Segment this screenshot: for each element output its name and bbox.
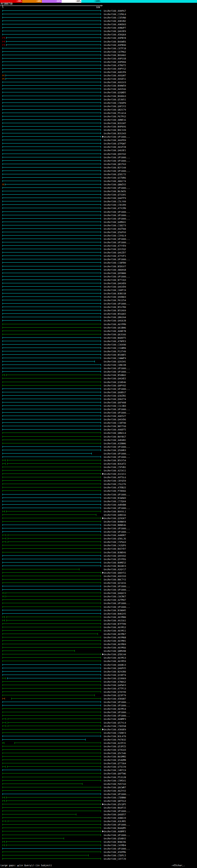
- alignment-bar[interactable]: [2, 715, 101, 716]
- alignment-bar[interactable]: [6, 510, 101, 513]
- hit-label[interactable]: UniRef100_B9P0V6: [104, 125, 126, 128]
- alignment-bar[interactable]: [2, 143, 101, 145]
- hit-label[interactable]: UniRef100_P47832: [104, 738, 126, 741]
- alignment-bar[interactable]: [2, 500, 101, 502]
- hit-label[interactable]: UniRef100_C1EVN0: [104, 16, 126, 19]
- hit-label[interactable]: UniRef100_Q7XG43: [104, 748, 126, 751]
- alignment-bar[interactable]: [2, 405, 101, 407]
- alignment-bar[interactable]: [2, 303, 101, 305]
- hit-label[interactable]: UniRef100_Q6F4A8: [104, 401, 126, 404]
- hit-label[interactable]: UniRef100_A9PB90: [104, 44, 126, 46]
- hit-label[interactable]: UniRef100_Q82S79: [104, 108, 126, 111]
- alignment-bar[interactable]: [2, 122, 101, 124]
- alignment-bar[interactable]: [2, 190, 101, 192]
- alignment-bar[interactable]: [2, 197, 101, 199]
- alignment-bar[interactable]: [14, 742, 101, 744]
- hit-label[interactable]: UniRef100_C0NCX8: [104, 364, 126, 366]
- alignment-bar[interactable]: [6, 374, 101, 376]
- alignment-fragment[interactable]: [2, 722, 6, 723]
- hit-label[interactable]: UniRef100_A5DPM6: [104, 851, 126, 854]
- alignment-bar[interactable]: [2, 238, 101, 240]
- alignment-bar[interactable]: [2, 340, 101, 342]
- alignment-bar[interactable]: [2, 480, 101, 482]
- hit-label[interactable]: UniRef100_Q8WZV2: [104, 183, 126, 186]
- hit-label[interactable]: UniRef100_B4K2V5: [104, 613, 126, 615]
- hit-label[interactable]: UniRef100_A5KQ64: [104, 33, 126, 36]
- alignment-bar[interactable]: [2, 711, 101, 713]
- hit-label[interactable]: UniRef100_B6GNI3: [104, 565, 126, 567]
- hit-label[interactable]: UniRef100_B9XK63: [104, 95, 126, 98]
- hit-label[interactable]: UniRef100_C1PHL0: [104, 13, 126, 16]
- hit-label[interactable]: UniRef100_Q9VYU2: [104, 153, 126, 155]
- hit-label[interactable]: UniRef100_C1C3B3: [104, 405, 126, 407]
- alignment-bar[interactable]: [2, 367, 101, 369]
- alignment-bar[interactable]: [8, 534, 101, 536]
- hit-label[interactable]: UniRef100_Q5KLJ6: [104, 537, 126, 540]
- hit-label[interactable]: UniRef100_UP1000...: [104, 187, 130, 189]
- alignment-bar[interactable]: [2, 272, 101, 274]
- hit-label[interactable]: UniRef100_Q4GXE2: [104, 377, 126, 380]
- alignment-bar[interactable]: [2, 487, 101, 488]
- hit-label[interactable]: UniRef100_Q5YFE6: [104, 558, 126, 561]
- hit-label[interactable]: UniRef100_Q2U1H1: [104, 360, 126, 363]
- alignment-bar[interactable]: [2, 497, 101, 499]
- alignment-bar[interactable]: [2, 848, 101, 849]
- hit-label[interactable]: UniRef100_UP1000...: [104, 302, 130, 305]
- hit-label[interactable]: UniRef100_Q5EC72: [104, 173, 126, 176]
- hit-label[interactable]: UniRef100_B3SSH7: [104, 122, 126, 125]
- hit-label[interactable]: UniRef100_C6TF18: [104, 47, 126, 50]
- hit-label[interactable]: UniRef100_UP1000...: [104, 456, 130, 459]
- alignment-bar[interactable]: [2, 602, 101, 604]
- alignment-bar[interactable]: [6, 41, 101, 42]
- alignment-fragment[interactable]: [2, 510, 5, 513]
- hit-label[interactable]: UniRef100_UP1000...: [104, 211, 130, 213]
- alignment-bar[interactable]: [2, 262, 101, 264]
- alignment-bar[interactable]: [2, 231, 101, 233]
- hit-label[interactable]: UniRef100_Q96Z74: [104, 398, 126, 401]
- alignment-bar[interactable]: [2, 827, 101, 829]
- alignment-bar[interactable]: [2, 422, 101, 424]
- alignment-bar[interactable]: [2, 126, 101, 127]
- hit-label[interactable]: UniRef100_B1WAW3: [104, 497, 126, 499]
- alignment-bar[interactable]: [2, 30, 101, 32]
- alignment-bar[interactable]: [2, 664, 101, 666]
- hit-label[interactable]: UniRef100_UP1000...: [104, 258, 130, 261]
- alignment-bar[interactable]: [6, 37, 101, 39]
- hit-label[interactable]: UniRef100_A6YMH1: [104, 640, 126, 642]
- alignment-fragment[interactable]: [2, 41, 5, 42]
- alignment-bar[interactable]: [2, 429, 101, 430]
- alignment-bar[interactable]: [2, 613, 101, 615]
- alignment-fragment[interactable]: [2, 620, 5, 621]
- hit-label[interactable]: UniRef100_Q00Y51: [104, 571, 126, 574]
- alignment-bar[interactable]: [2, 490, 101, 492]
- hit-label[interactable]: UniRef100_B2VGR0: [104, 670, 126, 673]
- hit-label[interactable]: UniRef100_Q4UB13: [104, 663, 126, 666]
- alignment-fragment[interactable]: [2, 534, 6, 536]
- alignment-bar[interactable]: [2, 684, 101, 686]
- alignment-bar[interactable]: [2, 626, 101, 628]
- alignment-bar[interactable]: [2, 609, 101, 611]
- alignment-bar[interactable]: [2, 630, 101, 631]
- hit-label[interactable]: UniRef100_A7YVF1: [104, 255, 126, 257]
- alignment-bar[interactable]: [2, 81, 101, 83]
- hit-label[interactable]: UniRef100_A9PBY8: [104, 37, 126, 39]
- alignment-bar[interactable]: [2, 579, 101, 581]
- alignment-bar[interactable]: [2, 395, 101, 397]
- alignment-bar[interactable]: [2, 85, 101, 87]
- alignment-bar[interactable]: [2, 681, 101, 683]
- hit-label[interactable]: UniRef100_Q4GXE0: [104, 282, 126, 285]
- hit-label[interactable]: UniRef100_UP1000...: [104, 711, 130, 714]
- alignment-bar[interactable]: [2, 643, 101, 645]
- hit-label[interactable]: UniRef100_C5DBN0: [104, 796, 126, 799]
- alignment-bar[interactable]: [2, 371, 101, 373]
- hit-label[interactable]: UniRef100_Q4G0J8: [104, 319, 126, 322]
- hit-label[interactable]: UniRef100_Q0PY02: [104, 384, 126, 387]
- alignment-fragment[interactable]: [2, 78, 4, 80]
- hit-label[interactable]: UniRef100_Q5CQP5: [104, 803, 126, 806]
- alignment-bar[interactable]: [5, 592, 101, 594]
- hit-label[interactable]: UniRef100_A9UDT5: [104, 428, 126, 431]
- alignment-bar[interactable]: [2, 214, 101, 216]
- hit-label[interactable]: UniRef100_B9WCH6: [104, 841, 126, 843]
- hit-label[interactable]: UniRef100_UP1000...: [104, 606, 130, 609]
- alignment-bar[interactable]: [2, 357, 101, 359]
